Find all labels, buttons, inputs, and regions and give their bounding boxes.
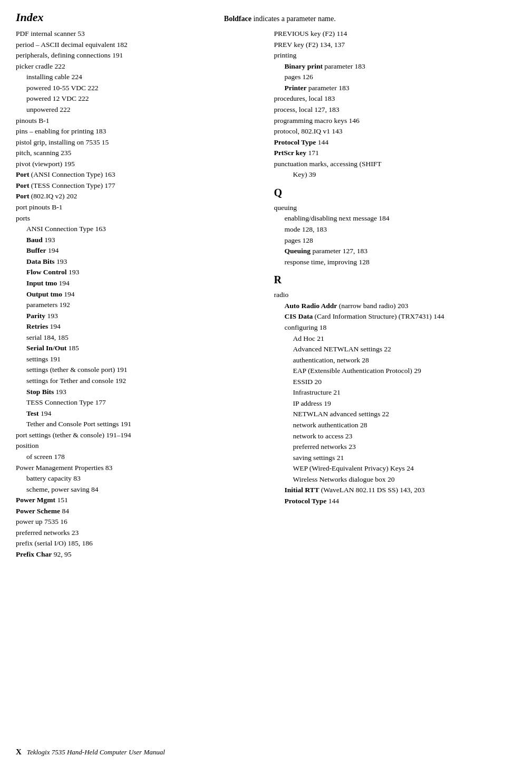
list-item: Power Management Properties 83: [16, 463, 258, 473]
list-item: installing cable 224: [16, 72, 258, 82]
list-item: ANSI Connection Type 163: [16, 224, 258, 234]
list-item: Printer parameter 183: [274, 83, 517, 93]
list-item: position: [16, 441, 258, 451]
list-item: preferred networks 23: [16, 528, 258, 538]
list-item: parameters 192: [16, 300, 258, 310]
boldface-note: Boldface indicates a parameter name.: [44, 15, 516, 23]
list-item: PREV key (F2) 134, 137: [274, 40, 517, 50]
list-item: IP address 19: [274, 398, 517, 409]
list-item: settings for Tether and console 192: [16, 376, 258, 386]
list-item: unpowered 222: [16, 104, 258, 115]
list-item: Auto Radio Addr (narrow band radio) 203: [274, 301, 517, 311]
list-item: ESSID 20: [274, 377, 517, 387]
list-item: scheme, power saving 84: [16, 484, 258, 495]
list-item: Serial In/Out 185: [16, 343, 258, 353]
list-item: CIS Data (Card Information Structure) (T…: [274, 311, 517, 322]
list-item: enabling/disabling next message 184: [274, 213, 517, 224]
list-item: Output tmo 194: [16, 289, 258, 300]
list-item: protocol, 802.IQ v1 143: [274, 126, 517, 137]
footer-mark: X: [16, 748, 22, 757]
list-item: Protocol Type 144: [274, 137, 517, 148]
list-item: picker cradle 222: [16, 61, 258, 72]
list-item: Ad Hoc 21: [274, 333, 517, 344]
right-column: PREVIOUS key (F2) 114PREV key (F2) 134, …: [274, 28, 517, 560]
list-item: port pinouts B-1: [16, 202, 258, 213]
list-item: Data Bits 193: [16, 256, 258, 267]
list-item: PREVIOUS key (F2) 114: [274, 28, 517, 39]
list-item: Test 194: [16, 408, 258, 419]
list-item: Power Mgmt 151: [16, 495, 258, 505]
list-item: Power Scheme 84: [16, 506, 258, 516]
list-item: pages 126: [274, 72, 517, 82]
list-item: period – ASCII decimal equivalent 182: [16, 40, 258, 50]
list-item: pistol grip, installing on 7535 15: [16, 137, 258, 148]
list-item: TESS Connection Type 177: [16, 397, 258, 408]
list-item: NETWLAN advanced settings 22: [274, 409, 517, 419]
list-item: Buffer 194: [16, 245, 258, 256]
list-item: Initial RTT (WaveLAN 802.11 DS SS) 143, …: [274, 485, 517, 495]
page-title: Index: [16, 11, 44, 24]
list-item: response time, improving 128: [274, 257, 517, 267]
list-item: peripherals, defining connections 191: [16, 50, 258, 61]
content-area: PDF internal scanner 53period – ASCII de…: [16, 28, 516, 560]
list-item: Port (TESS Connection Type) 177: [16, 180, 258, 191]
list-item: configuring 18: [274, 322, 517, 333]
footer: X Teklogix 7535 Hand-Held Computer User …: [16, 748, 516, 757]
list-item: Tether and Console Port settings 191: [16, 419, 258, 429]
list-item: Wireless Networks dialogue box 20: [274, 474, 517, 485]
list-item: Advanced NETWLAN settings 22: [274, 344, 517, 355]
list-item: queuing: [274, 203, 517, 213]
list-item: Queuing parameter 127, 183: [274, 246, 517, 256]
list-item: preferred networks 23: [274, 442, 517, 452]
list-item: Baud 193: [16, 235, 258, 245]
list-item: battery capacity 83: [16, 473, 258, 484]
list-item: Port (802.IQ v2) 202: [16, 191, 258, 202]
list-item: network authentication 28: [274, 420, 517, 430]
list-item: WEP (Wired-Equivalent Privacy) Keys 24: [274, 463, 517, 474]
list-item: Infrastructure 21: [274, 387, 517, 398]
list-item: network to access 23: [274, 431, 517, 442]
list-item: Input tmo 194: [16, 278, 258, 289]
list-item: ports: [16, 213, 258, 224]
list-item: process, local 127, 183: [274, 104, 517, 115]
section-letter-q: Q: [274, 185, 517, 200]
list-item: Retries 194: [16, 321, 258, 332]
list-item: Stop Bits 193: [16, 387, 258, 397]
list-item: printing: [274, 50, 517, 61]
list-item: of screen 178: [16, 452, 258, 462]
list-item: prefix (serial I/O) 185, 186: [16, 538, 258, 549]
footer-text: Teklogix 7535 Hand-Held Computer User Ma…: [27, 748, 165, 757]
list-item: pages 128: [274, 235, 517, 246]
section-letter-r: R: [274, 272, 517, 288]
list-item: Binary print parameter 183: [274, 61, 517, 72]
list-item: authentication, network 28: [274, 355, 517, 366]
list-item: pinouts B-1: [16, 116, 258, 126]
list-item: Port (ANSI Connection Type) 163: [16, 169, 258, 180]
list-item: settings (tether & console port) 191: [16, 365, 258, 375]
list-item: Flow Control 193: [16, 267, 258, 277]
list-item: power up 7535 16: [16, 516, 258, 527]
left-column: PDF internal scanner 53period – ASCII de…: [16, 28, 258, 560]
list-item: powered 12 VDC 222: [16, 93, 258, 104]
list-item: port settings (tether & console) 191–194: [16, 430, 258, 441]
list-item: radio: [274, 290, 517, 300]
list-item: pivot (viewport) 195: [16, 159, 258, 169]
list-item: punctuation marks, accessing (SHIFT: [274, 159, 517, 169]
list-item: Protocol Type 144: [274, 496, 517, 506]
list-item: settings 191: [16, 354, 258, 365]
list-item: pins – enabling for printing 183: [16, 126, 258, 137]
list-item: mode 128, 183: [274, 224, 517, 235]
list-item: Prefix Char 92, 95: [16, 549, 258, 560]
list-item: EAP (Extensible Authentication Protocol)…: [274, 366, 517, 376]
list-item: saving settings 21: [274, 453, 517, 463]
list-item: procedures, local 183: [274, 93, 517, 104]
list-item: pitch, scanning 235: [16, 148, 258, 158]
list-item: PrtScr key 171: [274, 148, 517, 158]
list-item: serial 184, 185: [16, 332, 258, 343]
list-item: Key) 39: [274, 169, 517, 180]
list-item: Parity 193: [16, 311, 258, 321]
list-item: powered 10-55 VDC 222: [16, 83, 258, 93]
list-item: programming macro keys 146: [274, 116, 517, 126]
list-item: PDF internal scanner 53: [16, 28, 258, 39]
